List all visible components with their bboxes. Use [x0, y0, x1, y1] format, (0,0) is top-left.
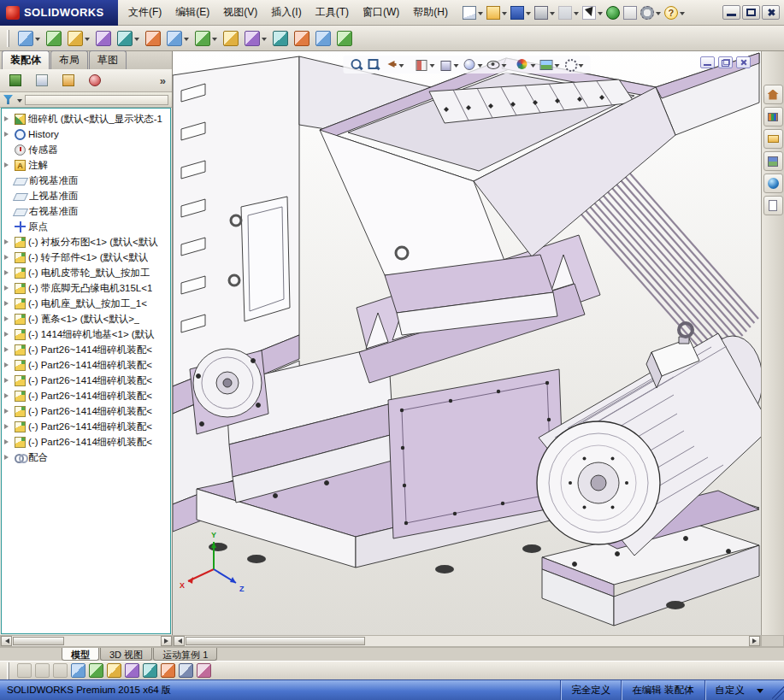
- tree-item[interactable]: 原点: [2, 219, 170, 234]
- tree-item[interactable]: 注解: [2, 157, 170, 173]
- tree-expander-icon[interactable]: [4, 455, 12, 460]
- menu-window[interactable]: 窗口(W): [356, 2, 406, 23]
- tree-item[interactable]: (-) Part26~1414细碎机装配<: [2, 342, 170, 357]
- print-icon[interactable]: [533, 4, 556, 21]
- view-settings-icon[interactable]: [563, 57, 586, 72]
- tree-expander-icon[interactable]: [4, 285, 12, 291]
- appearances-icon[interactable]: [763, 174, 783, 193]
- tab-assembly[interactable]: 装配体: [2, 50, 50, 69]
- tree-expander-icon[interactable]: [4, 362, 12, 368]
- previous-view-icon[interactable]: [383, 57, 406, 72]
- menu-help[interactable]: 帮助(H): [406, 2, 455, 23]
- linear-component-pattern-icon[interactable]: [66, 29, 91, 48]
- tree-item[interactable]: (-) Part26~1414细碎机装配<: [2, 373, 170, 388]
- tree-expander-icon[interactable]: [4, 439, 12, 444]
- doc-restore-button[interactable]: [718, 56, 733, 68]
- menu-edit[interactable]: 编辑(E): [168, 2, 216, 23]
- filter-vertices-icon[interactable]: [53, 663, 68, 678]
- tree-expander-icon[interactable]: [4, 393, 12, 398]
- filter-caret-icon[interactable]: [17, 99, 22, 105]
- external-references-icon[interactable]: [314, 29, 333, 48]
- tree-item[interactable]: History: [2, 126, 170, 142]
- displaymanager-icon[interactable]: [85, 72, 104, 89]
- scroll-right-button[interactable]: [161, 636, 172, 646]
- apply-scene-icon[interactable]: [539, 57, 562, 72]
- new-motion-study-icon[interactable]: [221, 29, 240, 48]
- tree-item[interactable]: (-) Part26~1414细碎机装配<: [2, 403, 170, 419]
- save-icon[interactable]: [510, 4, 532, 21]
- tree-item[interactable]: (-) 电机皮带轮_默认_按加工: [2, 265, 170, 280]
- filter-sketch-icon[interactable]: [143, 663, 157, 678]
- large-assembly-mode-icon[interactable]: [335, 29, 354, 48]
- rebuild-icon[interactable]: [605, 4, 621, 21]
- scrollbar-thumb[interactable]: [13, 637, 64, 645]
- maximize-button[interactable]: [742, 5, 760, 20]
- tree-expander-icon[interactable]: [4, 162, 12, 168]
- filter-planes-icon[interactable]: [107, 663, 121, 678]
- bill-of-materials-icon[interactable]: [243, 29, 268, 48]
- filter-annotations-icon[interactable]: [179, 663, 193, 678]
- undo-icon[interactable]: [557, 4, 580, 21]
- tree-item[interactable]: (-) Part26~1414细碎机装配<: [2, 357, 170, 373]
- model-canvas[interactable]: X Y Z: [173, 51, 761, 635]
- filter-axes-icon[interactable]: [125, 663, 139, 678]
- tree-item[interactable]: (-) Part26~1414细碎机装配<: [2, 419, 170, 434]
- graphics-viewport[interactable]: X Y Z: [173, 51, 761, 635]
- custom-dropdown-caret-icon[interactable]: [757, 689, 763, 697]
- filter-surface-bodies-icon[interactable]: [197, 663, 211, 678]
- toolbar-grip[interactable]: [7, 30, 9, 47]
- tab-motion-study-1[interactable]: 运动算例 1: [153, 648, 217, 661]
- status-fully-defined[interactable]: 完全定义: [560, 680, 621, 700]
- filter-edges-icon[interactable]: [71, 663, 85, 678]
- tab-layout[interactable]: 布局: [50, 50, 88, 69]
- view-orientation-icon[interactable]: [438, 57, 461, 72]
- tab-sketch[interactable]: 草图: [89, 50, 127, 69]
- design-library-icon[interactable]: [763, 107, 783, 126]
- tree-item[interactable]: (-) 衬板分布图<1> (默认<默认: [2, 234, 170, 250]
- tree-expander-icon[interactable]: [4, 255, 12, 260]
- viewport-horizontal-scrollbar[interactable]: [173, 635, 761, 647]
- tab-model[interactable]: 模型: [62, 648, 99, 661]
- tree-expander-icon[interactable]: [4, 270, 12, 275]
- assembly-features-icon[interactable]: [165, 29, 191, 48]
- show-hidden-components-icon[interactable]: [144, 29, 162, 48]
- select-cursor-icon[interactable]: [581, 4, 604, 21]
- tree-item[interactable]: (-) Part26~1414细碎机装配<: [2, 434, 170, 450]
- zoom-fit-icon[interactable]: [349, 57, 365, 72]
- reference-geometry-icon[interactable]: [193, 29, 219, 48]
- panel-horizontal-scrollbar[interactable]: [0, 635, 173, 647]
- new-document-icon[interactable]: [462, 4, 484, 21]
- section-view-icon[interactable]: [414, 57, 437, 72]
- custom-properties-icon[interactable]: [763, 196, 783, 215]
- doc-close-button[interactable]: [736, 56, 751, 68]
- configurationmanager-icon[interactable]: [59, 72, 78, 89]
- tree-item[interactable]: 前视基准面: [2, 173, 170, 188]
- tree-expander-icon[interactable]: [4, 424, 12, 429]
- menu-insert[interactable]: 插入(I): [264, 2, 308, 23]
- flyout-expand-button[interactable]: »: [160, 74, 166, 87]
- open-icon[interactable]: [486, 4, 508, 21]
- menu-tools[interactable]: 工具(T): [309, 2, 356, 23]
- tree-item[interactable]: (-) 带底脚无凸缘电机315L<1: [2, 280, 170, 296]
- tree-item[interactable]: (-) 转子部件<1> (默认<默认: [2, 250, 170, 265]
- filter-faces-icon[interactable]: [89, 663, 103, 678]
- toolbar-grip[interactable]: [7, 662, 9, 679]
- minimize-button[interactable]: [722, 5, 740, 20]
- scroll-right-button[interactable]: [749, 636, 760, 646]
- tree-item[interactable]: 细碎机 (默认<默认_显示状态-1: [2, 111, 170, 126]
- scrollbar-thumb[interactable]: [186, 637, 365, 645]
- tree-expander-icon[interactable]: [4, 239, 12, 244]
- tree-expander-icon[interactable]: [4, 116, 12, 121]
- propertymanager-icon[interactable]: [32, 72, 51, 89]
- tree-item[interactable]: 右视基准面: [2, 203, 170, 219]
- move-component-icon[interactable]: [115, 29, 141, 48]
- close-button[interactable]: [762, 5, 780, 20]
- solidworks-resources-icon[interactable]: [763, 85, 783, 104]
- status-editing-assembly[interactable]: 在编辑 装配体: [621, 680, 704, 700]
- tree-expander-icon[interactable]: [4, 316, 12, 321]
- feature-tree-filter-input[interactable]: [25, 95, 168, 105]
- file-properties-icon[interactable]: [622, 4, 638, 21]
- tree-item[interactable]: (-) 1414细碎机地基<1> (默认: [2, 326, 170, 342]
- help-icon[interactable]: [663, 4, 686, 21]
- menu-view[interactable]: 视图(V): [216, 2, 264, 23]
